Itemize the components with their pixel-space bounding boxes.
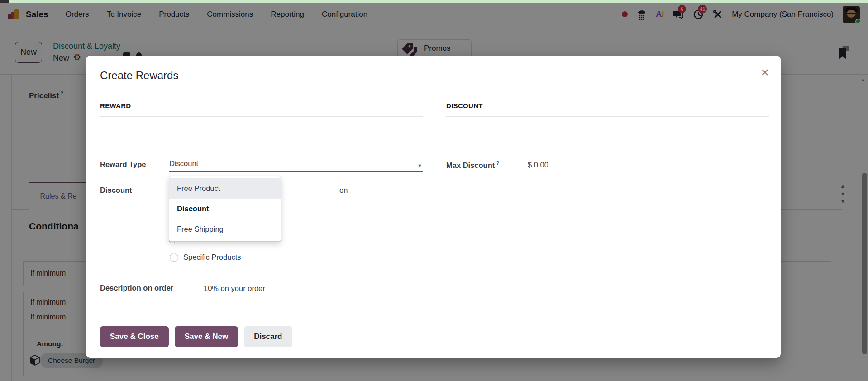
screen: Sales Orders To Invoice Products Commiss… [0,0,868,381]
reward-type-dropdown: Free Product Discount Free Shipping [169,176,281,242]
specific-products-radio-row[interactable]: Specific Products [170,253,241,262]
save-close-button[interactable]: Save & Close [100,326,169,347]
help-icon: ? [496,160,499,166]
dropdown-option-free-shipping[interactable]: Free Shipping [169,219,281,239]
section-reward: REWARD [100,102,423,117]
discount-on-text: on [339,186,348,195]
section-discount: DISCOUNT [446,102,769,117]
dialog-title: Create Rewards [100,69,178,82]
discard-button[interactable]: Discard [244,326,292,347]
chevron-down-icon: ▼ [417,163,422,168]
specific-products-label: Specific Products [183,253,241,262]
dropdown-option-free-product[interactable]: Free Product [169,178,281,199]
footer-divider [86,317,781,317]
save-new-button[interactable]: Save & New [175,326,238,347]
dropdown-option-discount[interactable]: Discount [169,199,281,219]
reward-type-value: Discount [169,159,198,167]
reward-type-label: Reward Type [100,160,146,169]
description-on-order-value[interactable]: 10% on your order [204,284,265,293]
dialog-footer: Save & Close Save & New Discard [100,326,292,347]
description-on-order-label: Description on order [100,284,173,292]
reward-type-select[interactable]: Discount ▼ [169,159,423,172]
max-discount-label: Max Discount? [446,160,499,170]
discount-field-label: Discount [100,186,132,195]
close-icon[interactable]: × [761,66,769,79]
top-strip-dark-segment [0,0,9,3]
top-progress-strip [0,0,868,3]
max-discount-value[interactable]: $ 0.00 [528,161,548,169]
radio-icon[interactable] [170,253,178,262]
